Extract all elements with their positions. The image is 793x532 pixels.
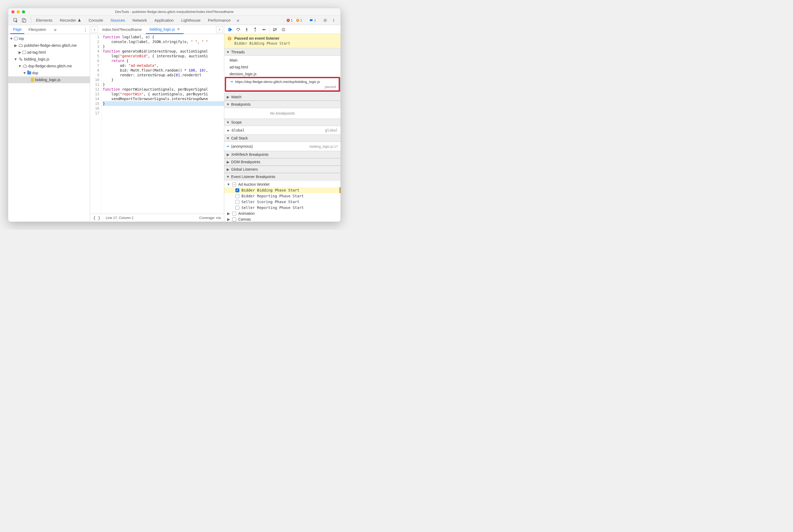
device-toolbar-icon[interactable] [20, 17, 28, 24]
close-window-button[interactable] [11, 10, 15, 14]
tab-performance[interactable]: Performance [204, 16, 234, 25]
svg-point-5 [333, 20, 334, 21]
checkbox-checked[interactable]: ✓ [235, 188, 239, 192]
tree-file-adtag[interactable]: ▶ ad-tag.html [8, 49, 90, 56]
navigator-more-icon[interactable] [52, 26, 59, 33]
editor-tab-bidding-logic[interactable]: bidding_logic.js ✕ [146, 25, 184, 34]
paused-banner: Paused on event listener Bidder Bidding … [224, 34, 340, 48]
tab-sources[interactable]: Sources [107, 16, 129, 25]
section-xhr-breakpoints[interactable]: ▶XHR/fetch Breakpoints [224, 151, 340, 158]
event-listener-list: ▼ − Ad Auction Worklet ✓ Bidder Bidding … [224, 180, 340, 222]
section-callstack[interactable]: ▼Call Stack [224, 134, 340, 142]
nav-back-button[interactable] [91, 26, 98, 33]
checkbox-unchecked[interactable] [235, 200, 239, 204]
warnings-badge[interactable]: !1 [294, 18, 305, 23]
call-frame[interactable]: ➔ (anonymous) bidding_logic.js:17 [224, 143, 340, 150]
paused-title: Paused on event listener [234, 36, 290, 40]
tab-page[interactable]: Page [10, 25, 24, 34]
el-item-bidder-reporting-start[interactable]: Bidder Reporting Phase Start [224, 193, 340, 199]
inspect-element-icon[interactable] [12, 17, 19, 24]
section-breakpoints[interactable]: ▼Breakpoints [224, 101, 340, 108]
checkbox-unchecked[interactable] [232, 217, 236, 221]
el-category-ad-auction[interactable]: ▼ − Ad Auction Worklet [224, 182, 340, 187]
el-item-seller-scoring-start[interactable]: Seller Scoring Phase Start [224, 199, 340, 205]
svg-point-11 [254, 31, 256, 32]
section-threads[interactable]: ▼Threads [224, 48, 340, 56]
navigator-menu-icon[interactable]: ⋮ [83, 27, 88, 33]
tab-network[interactable]: Network [129, 16, 151, 25]
tab-lighthouse[interactable]: Lighthouse [177, 16, 204, 25]
traffic-lights [11, 10, 25, 14]
window-title: DevTools - publisher-fledge-demo.glitch.… [8, 10, 340, 14]
svg-rect-14 [283, 28, 283, 31]
close-tab-icon[interactable]: ✕ [177, 27, 180, 31]
step-into-button[interactable] [243, 26, 251, 33]
editor-tabs: index.html?fencedframe bidding_logic.js … [90, 25, 224, 34]
tab-filesystem[interactable]: Filesystem [26, 25, 49, 34]
section-scope[interactable]: ▼Scope [224, 119, 340, 126]
pretty-print-icon[interactable]: { } [93, 215, 100, 220]
maximize-window-button[interactable] [22, 10, 25, 14]
step-over-button[interactable] [234, 26, 242, 33]
section-watch[interactable]: ▶Watch [224, 93, 340, 101]
checkbox-unchecked[interactable] [235, 206, 239, 210]
tree-worklet[interactable]: ▼ bidding_logic.js [8, 56, 90, 63]
step-button[interactable] [260, 26, 268, 33]
frame-icon [22, 51, 26, 54]
code-body[interactable]: function log(label, o) { console.log(lab… [102, 34, 224, 214]
section-event-listener-breakpoints[interactable]: ▼Event Listener Breakpoints [224, 173, 340, 180]
kebab-menu-icon[interactable] [330, 17, 337, 24]
thread-adtag[interactable]: ad-tag.html [224, 64, 340, 71]
deactivate-breakpoints-button[interactable] [271, 26, 279, 33]
more-tabs-icon[interactable] [234, 17, 242, 24]
thread-decision-logic[interactable]: decision_logic.js [224, 71, 340, 77]
tree-file-bidding-logic[interactable]: bidding_logic.js [8, 76, 90, 83]
tab-elements[interactable]: Elements [32, 16, 56, 25]
chat-icon [309, 18, 313, 22]
nav-forward-button[interactable] [216, 26, 223, 33]
settings-icon[interactable] [321, 17, 329, 24]
el-category-animation[interactable]: ▶ Animation [224, 211, 340, 216]
tree-origin-publisher[interactable]: ▶ publisher-fledge-demo.glitch.me [8, 42, 90, 49]
el-item-seller-reporting-start[interactable]: Seller Reporting Phase Start [224, 205, 340, 211]
pause-on-exceptions-button[interactable] [280, 26, 287, 33]
svg-point-3 [324, 20, 326, 21]
main-panel-tabs: Elements Recorder Console Sources Networ… [8, 16, 340, 25]
thread-selected[interactable]: ➔ https://dsp-fledge-demo.glitch.me/dsp/… [225, 77, 340, 92]
tree-origin-dsp[interactable]: ▼ dsp-fledge-demo.glitch.me [8, 63, 90, 70]
devtools-window: DevTools - publisher-fledge-demo.glitch.… [8, 8, 341, 222]
checkbox-indeterminate[interactable]: − [232, 183, 236, 187]
errors-badge[interactable]: ✕1 [284, 18, 295, 23]
js-file-icon [31, 78, 34, 82]
tab-recorder[interactable]: Recorder [56, 16, 85, 25]
checkbox-unchecked[interactable] [232, 212, 236, 215]
issues-badge[interactable]: 1 [307, 18, 318, 23]
file-tree: ▼ top ▶ publisher-fledge-demo.glitch.me … [8, 34, 90, 222]
flask-icon [78, 18, 81, 22]
minimize-window-button[interactable] [17, 10, 20, 14]
coverage-status: Coverage: n/a [199, 216, 221, 220]
tab-console[interactable]: Console [85, 16, 107, 25]
tree-frame-top[interactable]: ▼ top [8, 35, 90, 42]
scope-global-row[interactable]: ▶Global global [224, 127, 340, 133]
current-frame-arrow-icon: ➔ [226, 145, 229, 148]
svg-point-12 [265, 29, 266, 30]
tree-folder-dsp[interactable]: ▼ dsp [8, 70, 90, 76]
editor-tab-index[interactable]: index.html?fencedframe [98, 25, 145, 34]
resume-button[interactable] [226, 26, 234, 33]
titlebar: DevTools - publisher-fledge-demo.glitch.… [8, 8, 340, 16]
thread-status: paused [230, 85, 336, 89]
warning-icon [227, 36, 232, 45]
section-global-listeners[interactable]: ▶Global Listeners [224, 166, 340, 173]
tab-application[interactable]: Application [151, 16, 177, 25]
thread-main[interactable]: Main [224, 57, 340, 64]
debugger-panel: Paused on event listener Bidder Bidding … [224, 25, 340, 222]
section-dom-breakpoints[interactable]: ▶DOM Breakpoints [224, 158, 340, 166]
svg-rect-2 [24, 19, 26, 22]
current-thread-arrow-icon: ➔ [230, 80, 233, 83]
code-editor[interactable]: 1234567891011121314151617 function log(l… [90, 34, 224, 214]
checkbox-unchecked[interactable] [235, 194, 239, 198]
el-item-bidder-bidding-start[interactable]: ✓ Bidder Bidding Phase Start [224, 187, 340, 193]
step-out-button[interactable] [251, 26, 259, 33]
el-category-canvas[interactable]: ▶ Canvas [224, 216, 340, 222]
